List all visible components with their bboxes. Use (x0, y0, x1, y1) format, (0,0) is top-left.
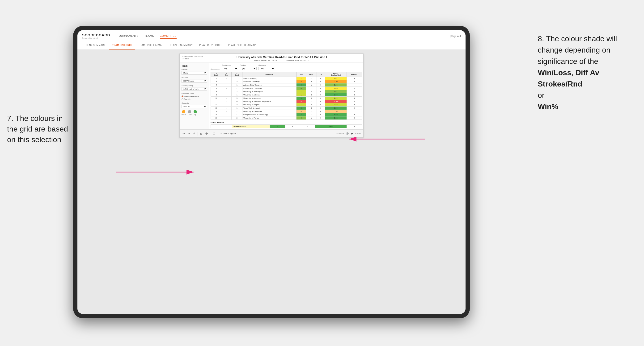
cell-loss: 0 (306, 103, 316, 107)
cell-win: 3 (296, 97, 306, 100)
cell-loss: 1 (306, 83, 316, 87)
comment-btn[interactable]: 💬 (346, 133, 349, 135)
nav-tournaments[interactable]: TOURNAMENTS (117, 33, 138, 39)
cell-opponent: Texas Tech University (242, 107, 296, 110)
cell-diff: 2.28 (325, 83, 346, 87)
col-conf: #Conf (232, 72, 242, 77)
region-label: Region (240, 64, 256, 66)
colour-by-select[interactable]: Win/Loss (182, 105, 207, 108)
tab-player-summary[interactable]: PLAYER SUMMARY (167, 42, 196, 49)
cell-opponent: University of Alabama (242, 97, 296, 100)
pan-btn[interactable]: ✥ (205, 132, 208, 136)
cell-conf: 1 (232, 107, 242, 110)
right-panel: Opponents: Conference (All) Region ( (209, 63, 363, 129)
sub-nav: TEAM SUMMARY TEAM H2H GRID TEAM H2H HEAT… (78, 42, 466, 50)
nav-teams[interactable]: TEAMS (144, 33, 154, 39)
legend-row: Down Level Up (182, 110, 207, 116)
cell-conf: 6 (232, 100, 242, 103)
cell-loss: 1 (306, 113, 316, 116)
cell-rounds: 12 (346, 87, 362, 90)
toolbar-sep-1 (198, 132, 198, 136)
cell-diff: 2.61 (325, 97, 346, 100)
ood-rounds: 3 (347, 125, 362, 128)
school-group: School (Rank) 1. University of Nort... (182, 85, 207, 91)
tab-team-h2h-grid[interactable]: TEAM H2H GRID (109, 42, 135, 49)
share-btn[interactable]: Share (355, 133, 361, 135)
cell-rank: 9 (211, 93, 222, 97)
cell-diff: 6.62 (325, 116, 346, 120)
gender-select[interactable]: Men's (182, 71, 207, 75)
crop-btn[interactable]: ⊡ (200, 132, 203, 136)
cell-rank: 8 (211, 90, 222, 93)
cell-conf: 1 (232, 77, 242, 80)
cell-diff: 5.56 (325, 107, 346, 110)
tab-player-h2h-grid[interactable]: PLAYER H2H GRID (196, 42, 225, 49)
opponent-select[interactable]: (All) (258, 67, 275, 70)
watch-btn[interactable]: Watch ▾ (336, 133, 344, 135)
region-select[interactable]: (All) (240, 67, 256, 70)
cell-reg: - (222, 116, 232, 120)
tab-player-h2h-heatmap[interactable]: PLAYER H2H HEATMAP (225, 42, 259, 49)
radio-dot-opponents (182, 95, 184, 97)
cell-tie: 0 (317, 77, 325, 80)
cell-reg: - (222, 93, 232, 97)
history-btn[interactable]: ↺ (192, 132, 196, 136)
cell-rounds: 8 (346, 80, 362, 83)
cell-rounds: 5 (346, 116, 362, 120)
cell-reg: - (222, 87, 232, 90)
logo-sub: Powered by clippd (82, 37, 98, 39)
annotation-left: 7. The colours in the grid are based on … (7, 113, 73, 145)
cell-rank: 15 (211, 113, 222, 116)
cell-conf: 5 (232, 97, 242, 100)
clock-btn[interactable]: ⏱ (212, 132, 216, 136)
col-rank: #Rank (211, 72, 222, 77)
cell-rounds: 8 (346, 97, 362, 100)
cell-rounds (346, 110, 362, 113)
undo-btn[interactable]: ↩ (182, 132, 185, 136)
report-panel: Last Updated: 27/03/2024 16:55:38 Univer… (180, 53, 364, 138)
cell-tie: 0 (317, 110, 325, 113)
cell-loss: 1 (306, 110, 316, 113)
ood-blank3 (225, 125, 232, 128)
report-title: University of North Carolina Head-to-Hea… (203, 56, 360, 59)
cell-rank: 11 (211, 100, 222, 103)
division-select[interactable]: NCAA Division I (182, 79, 207, 83)
cell-loss: 1 (306, 77, 316, 80)
cell-conf: 2 (232, 116, 242, 120)
nav-committee[interactable]: COMMITTEE (160, 33, 176, 39)
cell-win: 0 (296, 100, 306, 103)
data-table: #Rank #Reg #Conf Opponent Win Loss Tie D… (210, 72, 362, 120)
opponent-label: Opponent (258, 64, 275, 66)
ood-loss: 0 (285, 125, 300, 128)
table-row: 10 - 5 University of Alabama 3 0 0 2.61 … (211, 97, 362, 100)
tab-team-summary[interactable]: TEAM SUMMARY (82, 42, 109, 49)
out-of-division: Out of division NCAA Division II 1 (210, 122, 362, 128)
cell-reg: - (222, 113, 232, 116)
radio-top100[interactable]: Top 100 (182, 98, 207, 100)
cell-opponent: Florida State University (242, 87, 296, 90)
col-rounds: Rounds (346, 72, 362, 77)
table-row: 6 - 2 Florida State University 4 2 0 1.8… (211, 87, 362, 90)
tab-team-h2h-heatmap[interactable]: TEAM H2H HEATMAP (135, 42, 167, 49)
cell-conf: 1 (232, 83, 242, 87)
cell-rank: 16 (211, 116, 222, 120)
redo-btn[interactable]: ↪ (187, 132, 190, 136)
cell-opponent: University of Washington (242, 90, 296, 93)
legend-level-dot (188, 110, 191, 113)
opponent-view-label: Opponent View (182, 93, 207, 95)
cell-win: 5 (296, 83, 306, 87)
toolbar-sep-3 (218, 132, 218, 136)
cell-reg: - (222, 107, 232, 110)
report-title-section: University of North Carolina Head-to-Hea… (203, 56, 360, 61)
ood-label: Out of division (210, 122, 362, 124)
col-tie: Tie (317, 72, 325, 77)
cell-conf: 1 (232, 93, 242, 97)
app-header: SCOREBOARD Powered by clippd TOURNAMENTS… (78, 30, 466, 42)
sign-out[interactable]: | Sign out (450, 35, 461, 37)
cell-reg: - (222, 90, 232, 93)
radio-opponents-played[interactable]: Opponents Played (182, 95, 207, 97)
conference-select[interactable]: (All) (222, 67, 238, 70)
export-btn[interactable]: ⇄ (351, 133, 353, 135)
school-select[interactable]: 1. University of Nort... (182, 87, 207, 91)
cell-conf: 2 (232, 87, 242, 90)
